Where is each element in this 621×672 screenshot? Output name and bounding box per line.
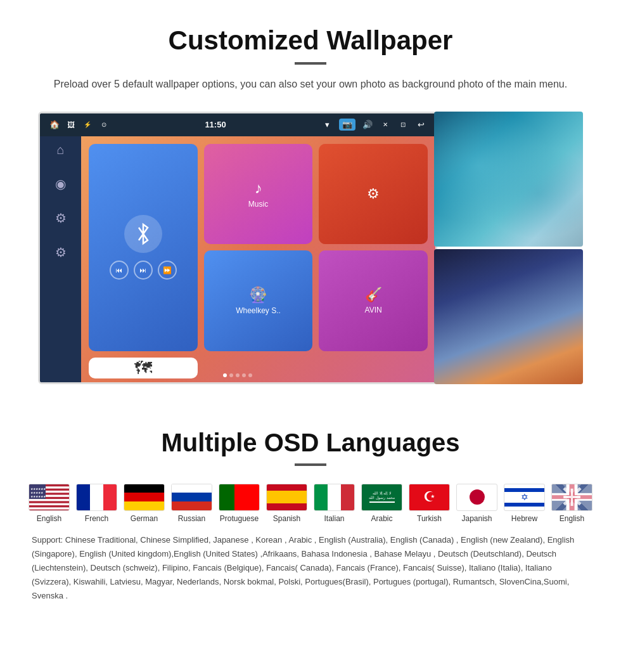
flag-arabic: لا إله إلا اللهمحمد رسول الله	[361, 484, 402, 511]
prev-button[interactable]: ⏮	[110, 261, 129, 280]
status-bar: 🏠 🖼 ⚡ ⊙ 11:50 ▾ 📷 🔊 ✕ ⊡ ↩	[40, 113, 435, 136]
flag-item-portuguese: Protuguese	[215, 484, 263, 523]
steering-wheel-icon: 🎡	[248, 286, 267, 304]
flag-italy	[314, 484, 355, 511]
flags-row: ★★★★★★ ★★★★★ ★★★★★★ English French	[25, 484, 596, 523]
flag-label-portuguese: Protuguese	[220, 514, 259, 523]
svg-rect-6	[29, 507, 70, 509]
flag-portugal	[219, 484, 260, 511]
flag-label-english-uk: English	[560, 514, 584, 523]
flag-item-spanish: Spanish	[263, 484, 310, 523]
flag-item-arabic: لا إله إلا اللهمحمد رسول الله Arabic	[358, 484, 406, 523]
flag-label-german: German	[131, 514, 158, 523]
status-bar-left: 🏠 🖼 ⚡ ⊙	[49, 119, 110, 131]
tile-wheelkey[interactable]: 🎡 Wheelkey S..	[204, 250, 313, 351]
japan-circle	[470, 489, 485, 505]
cast-icon: ⊡	[397, 119, 409, 131]
uk-vertical-red	[569, 484, 575, 510]
usb-icon: ⚡	[82, 119, 93, 131]
bluetooth-icon	[124, 215, 162, 253]
flag-label-russian: Russian	[178, 514, 205, 523]
flag-label-italian: Italian	[324, 514, 344, 523]
status-time: 11:50	[205, 120, 226, 129]
portugal-red	[234, 484, 259, 510]
flag-item-hebrew: ✡ Hebrew	[501, 484, 548, 523]
wallpaper-title: Customized Wallpaper	[25, 25, 596, 56]
wifi-icon: ▾	[321, 119, 333, 131]
svg-text:★★★★★★: ★★★★★★	[30, 494, 46, 498]
page-dots	[223, 373, 252, 377]
flag-spain	[266, 484, 307, 511]
close-icon: ✕	[380, 119, 391, 131]
avin-label: AVIN	[365, 306, 382, 314]
tile-maps[interactable]: 🗺	[89, 358, 198, 378]
languages-divider	[295, 463, 326, 466]
flag-item-english-uk: English	[548, 484, 596, 523]
israel-stripe-top	[504, 488, 544, 492]
france-blue	[77, 484, 90, 510]
ff-button[interactable]: ⏩	[158, 261, 177, 280]
screen-body: ⌂ ◉ ⚙ ⚙ ⏮	[40, 136, 435, 384]
flag-turkey: ☪	[409, 484, 450, 511]
car-screen: 🏠 🖼 ⚡ ⊙ 11:50 ▾ 📷 🔊 ✕ ⊡ ↩	[38, 112, 437, 384]
flag-label-turkish: Turkish	[417, 514, 442, 523]
flag-uk	[551, 484, 592, 511]
nav-location-icon[interactable]: ◉	[55, 176, 66, 191]
portugal-green	[219, 484, 234, 510]
flag-israel: ✡	[504, 484, 545, 511]
settings-icon: ⚙	[367, 186, 380, 202]
tile-bluetooth[interactable]: ⏮ ⏭ ⏩	[89, 144, 198, 351]
italy-red	[341, 484, 354, 510]
wallpaper-thumb-ice[interactable]	[434, 112, 583, 247]
flag-item-italian: Italian	[310, 484, 358, 523]
flag-label-english: English	[37, 514, 61, 523]
support-text: Support: Chinese Traditional, Chinese Si…	[25, 533, 596, 603]
flag-usa: ★★★★★★ ★★★★★ ★★★★★★	[29, 484, 70, 511]
languages-title: Multiple OSD Languages	[25, 429, 596, 457]
dot-4	[242, 373, 246, 377]
bt-controls: ⏮ ⏭ ⏩	[110, 261, 177, 280]
music-icon: ♪	[254, 179, 262, 197]
israel-stripe-bottom	[504, 503, 544, 507]
tile-music[interactable]: ♪ Music	[204, 144, 313, 245]
languages-section: Multiple OSD Languages ★★★★★★ ★★★★★	[0, 403, 621, 616]
wallpaper-thumb-bridge[interactable]	[434, 249, 583, 384]
flag-japan	[456, 484, 497, 511]
arabic-text: لا إله إلا اللهمحمد رسول الله	[369, 491, 394, 500]
france-red	[103, 484, 117, 510]
nav-settings-icon[interactable]: ⚙	[55, 210, 67, 226]
record-icon: ⊙	[98, 119, 110, 131]
spain-yellow	[267, 491, 307, 504]
flag-germany	[124, 484, 165, 511]
russia-red	[172, 501, 212, 510]
avin-icon: 🎸	[365, 287, 382, 303]
tile-settings[interactable]: ⚙	[319, 144, 428, 245]
flag-item-turkish: ☪ Turkish	[406, 484, 453, 523]
uk-cross	[552, 484, 592, 510]
italy-white	[328, 484, 341, 510]
dot-3	[236, 373, 240, 377]
flag-item-russian: Russian	[168, 484, 215, 523]
music-label: Music	[248, 200, 268, 209]
next-button[interactable]: ⏭	[134, 261, 153, 280]
flag-item-japanese: Japanish	[453, 484, 501, 523]
maps-icon: 🗺	[134, 358, 152, 378]
tile-avin[interactable]: 🎸 AVIN	[319, 250, 428, 351]
dot-2	[229, 373, 233, 377]
screen-sidebar: ⌂ ◉ ⚙ ⚙	[40, 136, 81, 384]
camera-button[interactable]: 📷	[339, 119, 355, 131]
status-bar-right: ▾ 📷 🔊 ✕ ⊡ ↩	[321, 119, 426, 131]
home-icon: 🏠	[49, 119, 60, 131]
uk-diagonal2	[552, 484, 592, 510]
italy-green	[314, 484, 328, 510]
flag-item-english: ★★★★★★ ★★★★★ ★★★★★★ English	[25, 484, 73, 523]
nav-equalizer-icon[interactable]: ⚙	[55, 245, 67, 260]
title-divider	[295, 62, 326, 65]
flag-item-french: French	[73, 484, 120, 523]
flag-label-arabic: Arabic	[371, 514, 392, 523]
nav-home-icon[interactable]: ⌂	[56, 143, 64, 157]
flag-label-french: French	[85, 514, 108, 523]
spain-red2	[267, 503, 307, 510]
crescent-star-icon: ☪	[423, 490, 436, 504]
screen-mockup: 🏠 🖼 ⚡ ⊙ 11:50 ▾ 📷 🔊 ✕ ⊡ ↩	[38, 112, 583, 384]
